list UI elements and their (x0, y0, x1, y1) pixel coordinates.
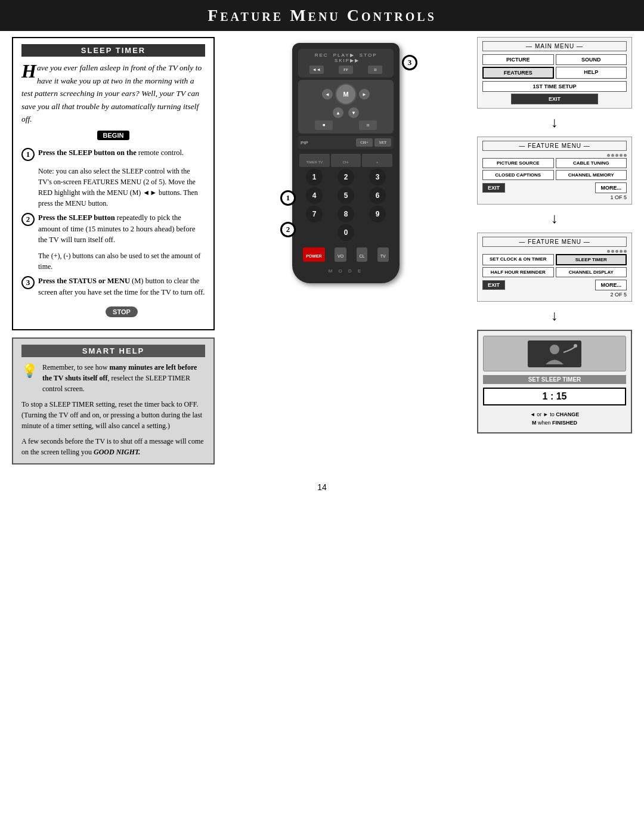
page-number: 14 (0, 482, 644, 504)
page-wrapper: Feature Menu Controls SLEEP TIMER H ave … (0, 0, 644, 504)
remote-ch-plus-btn[interactable]: CH+ (356, 138, 373, 147)
remote-btn-8[interactable]: 8 (338, 206, 354, 222)
feature-menu-sleep-timer[interactable]: SLEEP TIMER (556, 254, 627, 265)
drop-cap: H (21, 61, 36, 80)
feature-menu-channel-memory[interactable]: CHANNEL MEMORY (556, 170, 627, 180)
step-3: 3 Press the STATUS or MENU (M) button to… (21, 275, 205, 298)
help-text-3: A few seconds before the TV is to shut o… (21, 436, 205, 457)
remote-up-btn[interactable]: ▲ (333, 107, 343, 118)
main-menu-help[interactable]: HELP (556, 67, 627, 79)
page-header: Feature Menu Controls (0, 0, 644, 31)
sleep-timer-title: SLEEP TIMER (21, 44, 205, 57)
mode-label: M O D E (329, 268, 364, 274)
feature-menu-1-dots (482, 154, 627, 157)
step-1-note: Note: you can also select the SLEEP cont… (38, 166, 205, 209)
feature-menu-picture-source[interactable]: PICTURE SOURCE (482, 158, 554, 168)
feature-menu-1-more-row: EXIT MORE... (482, 182, 627, 193)
step-3-bold: Press the STATUS or MENU (38, 277, 130, 285)
main-menu-grid: PICTURE SOUND FEATURES HELP (482, 54, 627, 79)
remote-rew-btn[interactable]: ◄◄ (309, 66, 324, 74)
svg-point-2 (574, 344, 577, 348)
center-column: 3 2 1 REC PLAY▶ ST (221, 37, 471, 465)
main-menu-picture[interactable]: PICTURE (482, 54, 554, 65)
callout-1: 1 (280, 190, 296, 206)
feature-menu-2-exit[interactable]: EXIT (482, 280, 505, 290)
feature-menu-1-title: — FEATURE MENU — (482, 141, 627, 151)
remote-power-btn[interactable]: POWER (303, 247, 324, 262)
remote-ff-btn[interactable]: FF (339, 66, 353, 74)
step-3-number: 3 (21, 276, 35, 289)
svg-point-1 (550, 345, 559, 354)
feature-menu-2-more-row: EXIT MORE... (482, 280, 627, 290)
sleep-timer-screen-title: SET SLEEP TIMER (483, 375, 626, 384)
remote-extra-btn[interactable]: + (362, 154, 392, 167)
tv-screen-svg (525, 337, 584, 370)
step-2-note: The (+), (-) buttons can also be used to… (38, 250, 205, 272)
remote-wrapper: 3 2 1 REC PLAY▶ ST (292, 43, 400, 283)
feature-menu-2-dots (482, 250, 627, 253)
remote-tv-btn[interactable]: TV (377, 247, 389, 262)
remote-btn-7[interactable]: 7 (306, 206, 323, 222)
feature-menu-2-screenshot: — FEATURE MENU — SET CLOCK & ON TIMER SL… (477, 233, 632, 302)
help-text-2: To stop a SLEEP TIMER setting, reset the… (21, 399, 205, 431)
main-menu-features[interactable]: FEATURES (482, 67, 554, 79)
time-display: 1 : 15 (483, 388, 626, 405)
main-menu-screenshot: — MAIN MENU — PICTURE SOUND FEATURES HEL… (477, 37, 632, 109)
remote-btn-9[interactable]: 9 (369, 206, 386, 222)
smart-help-box: SMART HELP 💡 Remember, to see how many m… (12, 337, 215, 465)
feature-menu-1-exit[interactable]: EXIT (482, 183, 505, 193)
feature-menu-closed-captions[interactable]: CLOSED CAPTIONS (482, 170, 554, 180)
feature-menu-1-page: 1 OF 5 (482, 194, 627, 200)
remote-stop2-btn[interactable]: ■ (315, 120, 333, 130)
begin-badge: BEGIN (97, 131, 130, 140)
sleep-timer-screen: SET SLEEP TIMER 1 : 15 ◄ or ► to CHANGE … (477, 330, 632, 433)
help-row-1: 💡 Remember, to see how many minutes are … (21, 362, 205, 394)
remote-right-btn[interactable]: ► (359, 89, 370, 100)
feature-menu-2-more[interactable]: MORE... (595, 280, 627, 290)
tv-image-placeholder (483, 336, 626, 371)
change-instruction-change: ◄ or ► to CHANGE (483, 410, 626, 419)
remote-vol-btn[interactable]: VO (335, 247, 346, 262)
remote-cl-btn[interactable]: CL (357, 247, 368, 262)
remote-btn-3[interactable]: 3 (369, 169, 386, 185)
step-1-number: 1 (21, 148, 35, 161)
feature-menu-2-grid: SET CLOCK & ON TIMER SLEEP TIMER HALF HO… (482, 254, 627, 277)
remote-set-btn[interactable]: SET (374, 138, 391, 147)
remote-btn-2[interactable]: 2 (338, 169, 354, 185)
remote-timer-tv-btn[interactable]: TIMER TV (299, 154, 330, 167)
remote-down-btn[interactable]: ▼ (348, 107, 359, 118)
feature-menu-cable-tuning[interactable]: CABLE TUNING (556, 158, 627, 168)
main-menu-exit[interactable]: EXIT (511, 94, 597, 104)
remote-btn-6[interactable]: 6 (369, 187, 386, 204)
feature-menu-set-clock[interactable]: SET CLOCK & ON TIMER (482, 254, 554, 265)
smart-help-title: SMART HELP (21, 345, 205, 357)
remote-pause-btn[interactable]: II (368, 66, 382, 74)
remote-left-btn[interactable]: ◄ (322, 89, 333, 100)
remote-ch-minus-btn[interactable]: CH- (331, 154, 361, 167)
lightbulb-icon: 💡 (21, 363, 38, 379)
remote-control: REC PLAY▶ STOP SKIP▶▶ ◄◄ FF (292, 43, 400, 283)
arrow-down-3: ↓ (477, 308, 632, 324)
remote-btn-5[interactable]: 5 (338, 187, 354, 204)
main-menu-1st-time-setup[interactable]: 1ST TIME SETUP (482, 81, 627, 92)
feature-menu-2-page: 2 OF 5 (482, 292, 627, 298)
remote-btn-0[interactable]: 0 (338, 224, 354, 241)
step-2-bold: Press the SLEEP button (38, 213, 115, 222)
remote-pause2-btn[interactable]: II (359, 120, 377, 130)
feature-menu-channel-display[interactable]: CHANNEL DISPLAY (556, 267, 627, 277)
right-column: — MAIN MENU — PICTURE SOUND FEATURES HEL… (477, 37, 632, 465)
remote-m-button[interactable]: M (335, 83, 357, 105)
feature-menu-2-title: — FEATURE MENU — (482, 237, 627, 247)
main-menu-sound[interactable]: SOUND (556, 54, 627, 65)
remote-btn-4[interactable]: 4 (306, 187, 323, 204)
change-instruction: ◄ or ► to CHANGE M when FINISHED (483, 410, 626, 428)
main-content: SLEEP TIMER H ave you ever fallen asleep… (0, 31, 644, 470)
callout-2: 2 (280, 222, 296, 237)
step-1-bold: Press the SLEEP button on the (38, 148, 137, 157)
stop-badge: STOP (106, 306, 138, 317)
remote-brand-top: REC PLAY▶ STOP SKIP▶▶ (302, 52, 390, 63)
remote-btn-1[interactable]: 1 (306, 169, 323, 185)
feature-menu-1-grid: PICTURE SOURCE CABLE TUNING CLOSED CAPTI… (482, 158, 627, 180)
feature-menu-half-hour[interactable]: HALF HOUR REMINDER (482, 267, 554, 277)
feature-menu-1-more[interactable]: MORE... (595, 182, 627, 193)
